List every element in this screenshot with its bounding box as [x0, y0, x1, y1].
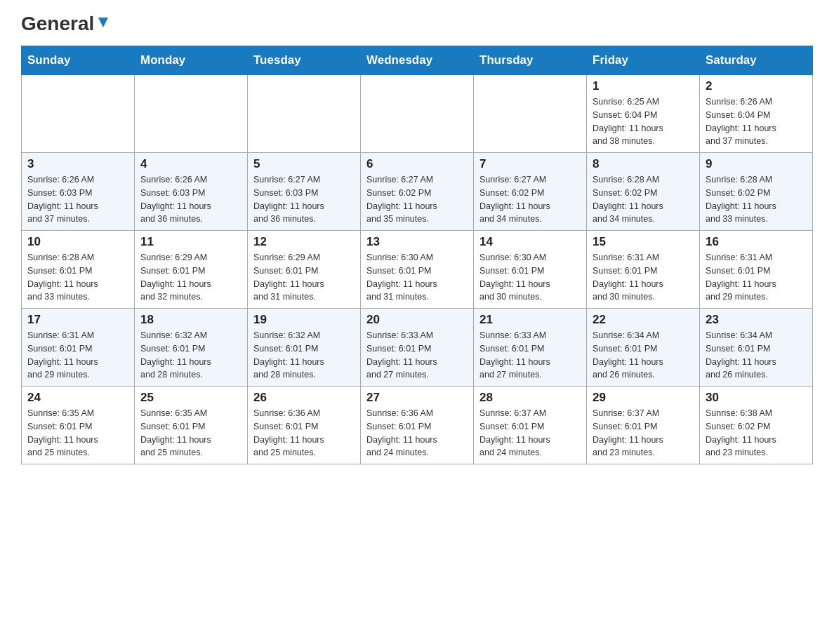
day-number: 7 [479, 157, 581, 171]
day-info: Sunrise: 6:35 AM Sunset: 6:01 PM Dayligh… [140, 407, 241, 459]
calendar-cell: 20Sunrise: 6:33 AM Sunset: 6:01 PM Dayli… [361, 309, 474, 387]
day-number: 16 [706, 235, 807, 249]
calendar-week-row: 1Sunrise: 6:25 AM Sunset: 6:04 PM Daylig… [22, 75, 813, 153]
calendar-cell: 8Sunrise: 6:28 AM Sunset: 6:02 PM Daylig… [587, 153, 700, 231]
day-info: Sunrise: 6:38 AM Sunset: 6:02 PM Dayligh… [706, 407, 807, 459]
day-info: Sunrise: 6:32 AM Sunset: 6:01 PM Dayligh… [140, 329, 241, 382]
day-number: 4 [140, 157, 241, 171]
day-info: Sunrise: 6:37 AM Sunset: 6:01 PM Dayligh… [479, 407, 581, 459]
day-info: Sunrise: 6:33 AM Sunset: 6:01 PM Dayligh… [479, 329, 581, 382]
day-info: Sunrise: 6:29 AM Sunset: 6:01 PM Dayligh… [253, 251, 355, 304]
weekday-header-monday: Monday [135, 46, 248, 75]
day-info: Sunrise: 6:26 AM Sunset: 6:03 PM Dayligh… [140, 173, 241, 226]
calendar-cell: 30Sunrise: 6:38 AM Sunset: 6:02 PM Dayli… [700, 387, 813, 464]
day-info: Sunrise: 6:34 AM Sunset: 6:01 PM Dayligh… [706, 329, 807, 382]
day-info: Sunrise: 6:26 AM Sunset: 6:04 PM Dayligh… [706, 95, 807, 148]
day-number: 6 [366, 157, 468, 171]
logo-triangle-icon [95, 15, 111, 30]
day-number: 27 [366, 391, 468, 405]
calendar-cell [22, 75, 135, 153]
day-info: Sunrise: 6:25 AM Sunset: 6:04 PM Dayligh… [593, 95, 694, 148]
calendar-cell: 16Sunrise: 6:31 AM Sunset: 6:01 PM Dayli… [700, 231, 813, 309]
calendar-table: SundayMondayTuesdayWednesdayThursdayFrid… [21, 46, 813, 464]
calendar-cell: 13Sunrise: 6:30 AM Sunset: 6:01 PM Dayli… [361, 231, 474, 309]
day-number: 8 [593, 157, 694, 171]
page-header: General [21, 14, 813, 35]
calendar-week-row: 3Sunrise: 6:26 AM Sunset: 6:03 PM Daylig… [22, 153, 813, 231]
day-number: 21 [479, 313, 581, 327]
calendar-cell: 22Sunrise: 6:34 AM Sunset: 6:01 PM Dayli… [587, 309, 700, 387]
day-number: 25 [140, 391, 241, 405]
day-info: Sunrise: 6:36 AM Sunset: 6:01 PM Dayligh… [253, 407, 355, 459]
day-number: 17 [27, 313, 128, 327]
day-number: 13 [366, 235, 468, 249]
calendar-cell: 6Sunrise: 6:27 AM Sunset: 6:02 PM Daylig… [361, 153, 474, 231]
weekday-header-friday: Friday [587, 46, 700, 75]
logo: General [21, 14, 111, 35]
day-number: 10 [27, 235, 128, 249]
day-info: Sunrise: 6:27 AM Sunset: 6:03 PM Dayligh… [253, 173, 355, 226]
day-number: 19 [253, 313, 355, 327]
day-info: Sunrise: 6:28 AM Sunset: 6:02 PM Dayligh… [706, 173, 807, 226]
calendar-header-row: SundayMondayTuesdayWednesdayThursdayFrid… [22, 46, 813, 75]
day-info: Sunrise: 6:26 AM Sunset: 6:03 PM Dayligh… [27, 173, 128, 226]
calendar-week-row: 24Sunrise: 6:35 AM Sunset: 6:01 PM Dayli… [22, 387, 813, 464]
day-info: Sunrise: 6:33 AM Sunset: 6:01 PM Dayligh… [366, 329, 468, 382]
day-number: 29 [593, 391, 694, 405]
weekday-header-thursday: Thursday [474, 46, 587, 75]
calendar-cell: 25Sunrise: 6:35 AM Sunset: 6:01 PM Dayli… [135, 387, 248, 464]
day-info: Sunrise: 6:28 AM Sunset: 6:01 PM Dayligh… [27, 251, 128, 304]
day-info: Sunrise: 6:31 AM Sunset: 6:01 PM Dayligh… [593, 251, 694, 304]
calendar-cell: 3Sunrise: 6:26 AM Sunset: 6:03 PM Daylig… [22, 153, 135, 231]
day-info: Sunrise: 6:31 AM Sunset: 6:01 PM Dayligh… [706, 251, 807, 304]
day-number: 28 [479, 391, 581, 405]
day-info: Sunrise: 6:27 AM Sunset: 6:02 PM Dayligh… [366, 173, 468, 226]
day-number: 3 [27, 157, 128, 171]
day-number: 14 [479, 235, 581, 249]
day-info: Sunrise: 6:29 AM Sunset: 6:01 PM Dayligh… [140, 251, 241, 304]
day-number: 12 [253, 235, 355, 249]
day-info: Sunrise: 6:37 AM Sunset: 6:01 PM Dayligh… [593, 407, 694, 459]
calendar-cell: 14Sunrise: 6:30 AM Sunset: 6:01 PM Dayli… [474, 231, 587, 309]
svg-marker-0 [98, 18, 108, 27]
weekday-header-tuesday: Tuesday [248, 46, 361, 75]
calendar-week-row: 17Sunrise: 6:31 AM Sunset: 6:01 PM Dayli… [22, 309, 813, 387]
calendar-week-row: 10Sunrise: 6:28 AM Sunset: 6:01 PM Dayli… [22, 231, 813, 309]
calendar-cell: 7Sunrise: 6:27 AM Sunset: 6:02 PM Daylig… [474, 153, 587, 231]
day-info: Sunrise: 6:36 AM Sunset: 6:01 PM Dayligh… [366, 407, 468, 459]
day-number: 22 [593, 313, 694, 327]
day-number: 2 [706, 79, 807, 93]
weekday-header-saturday: Saturday [700, 46, 813, 75]
calendar-cell: 17Sunrise: 6:31 AM Sunset: 6:01 PM Dayli… [22, 309, 135, 387]
calendar-cell [474, 75, 587, 153]
calendar-cell: 29Sunrise: 6:37 AM Sunset: 6:01 PM Dayli… [587, 387, 700, 464]
day-info: Sunrise: 6:34 AM Sunset: 6:01 PM Dayligh… [593, 329, 694, 382]
calendar-cell: 18Sunrise: 6:32 AM Sunset: 6:01 PM Dayli… [135, 309, 248, 387]
day-number: 18 [140, 313, 241, 327]
day-number: 9 [706, 157, 807, 171]
weekday-header-wednesday: Wednesday [361, 46, 474, 75]
weekday-header-sunday: Sunday [22, 46, 135, 75]
day-number: 24 [27, 391, 128, 405]
calendar-cell: 24Sunrise: 6:35 AM Sunset: 6:01 PM Dayli… [22, 387, 135, 464]
calendar-cell: 10Sunrise: 6:28 AM Sunset: 6:01 PM Dayli… [22, 231, 135, 309]
calendar-cell: 11Sunrise: 6:29 AM Sunset: 6:01 PM Dayli… [135, 231, 248, 309]
calendar-cell: 23Sunrise: 6:34 AM Sunset: 6:01 PM Dayli… [700, 309, 813, 387]
calendar-cell [248, 75, 361, 153]
day-info: Sunrise: 6:32 AM Sunset: 6:01 PM Dayligh… [253, 329, 355, 382]
day-info: Sunrise: 6:28 AM Sunset: 6:02 PM Dayligh… [593, 173, 694, 226]
calendar-cell: 19Sunrise: 6:32 AM Sunset: 6:01 PM Dayli… [248, 309, 361, 387]
calendar-cell: 1Sunrise: 6:25 AM Sunset: 6:04 PM Daylig… [587, 75, 700, 153]
calendar-cell: 26Sunrise: 6:36 AM Sunset: 6:01 PM Dayli… [248, 387, 361, 464]
day-number: 20 [366, 313, 468, 327]
day-info: Sunrise: 6:27 AM Sunset: 6:02 PM Dayligh… [479, 173, 581, 226]
calendar-cell: 9Sunrise: 6:28 AM Sunset: 6:02 PM Daylig… [700, 153, 813, 231]
day-number: 15 [593, 235, 694, 249]
calendar-cell: 5Sunrise: 6:27 AM Sunset: 6:03 PM Daylig… [248, 153, 361, 231]
calendar-cell: 15Sunrise: 6:31 AM Sunset: 6:01 PM Dayli… [587, 231, 700, 309]
day-info: Sunrise: 6:31 AM Sunset: 6:01 PM Dayligh… [27, 329, 128, 382]
calendar-cell: 27Sunrise: 6:36 AM Sunset: 6:01 PM Dayli… [361, 387, 474, 464]
calendar-cell: 28Sunrise: 6:37 AM Sunset: 6:01 PM Dayli… [474, 387, 587, 464]
calendar-cell: 12Sunrise: 6:29 AM Sunset: 6:01 PM Dayli… [248, 231, 361, 309]
day-info: Sunrise: 6:30 AM Sunset: 6:01 PM Dayligh… [366, 251, 468, 304]
